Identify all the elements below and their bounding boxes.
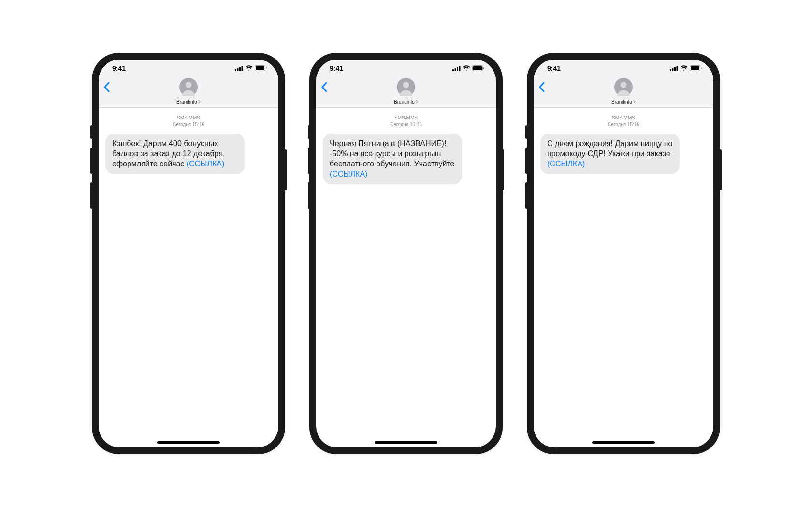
phone-mockup: 9:41 Brandinfo xyxy=(527,53,720,454)
svg-rect-9 xyxy=(455,68,456,71)
chevron-left-icon xyxy=(103,82,110,92)
thread-type-label: SMS/MMS xyxy=(99,115,278,121)
contact-avatar xyxy=(614,78,633,96)
phone-mockup: 9:41 Brandinfo xyxy=(309,53,503,454)
message-bubble[interactable]: Кэшбек! Дарим 400 бонусных баллов за зак… xyxy=(105,134,245,174)
contact-name: Brandinfo xyxy=(611,99,632,104)
status-indicators xyxy=(452,65,484,71)
phone-side-buttons-left xyxy=(308,125,309,217)
thread-timestamp: Сегодня 15:16 xyxy=(99,121,278,128)
wifi-icon xyxy=(680,65,688,71)
status-bar: 9:41 xyxy=(316,60,496,77)
thread-timestamp: Сегодня 15:16 xyxy=(534,121,713,128)
home-indicator[interactable] xyxy=(592,441,655,444)
chevron-left-icon xyxy=(538,82,545,92)
phone-screen: 9:41 Brandinfo xyxy=(99,60,278,447)
contact-avatar xyxy=(179,78,198,96)
phone-screen: 9:41 Brandinfo xyxy=(316,60,496,447)
thread-meta: SMS/MMS Сегодня 15:16 xyxy=(99,108,278,132)
home-indicator[interactable] xyxy=(157,441,220,444)
battery-icon xyxy=(690,65,702,71)
status-time: 9:41 xyxy=(547,64,561,72)
chevron-left-icon xyxy=(321,82,327,92)
person-icon xyxy=(397,78,415,96)
status-bar: 9:41 xyxy=(534,60,713,77)
back-button[interactable] xyxy=(103,82,110,94)
phone-screen: 9:41 Brandinfo xyxy=(534,60,713,447)
thread-timestamp: Сегодня 15:16 xyxy=(316,121,496,128)
thread-type-label: SMS/MMS xyxy=(316,115,496,121)
svg-rect-1 xyxy=(237,68,239,71)
svg-point-23 xyxy=(621,82,627,88)
thread-meta: SMS/MMS Сегодня 15:16 xyxy=(534,108,713,132)
contact-name: Brandinfo xyxy=(176,99,197,104)
home-indicator[interactable] xyxy=(375,441,437,444)
status-time: 9:41 xyxy=(112,64,126,72)
svg-rect-22 xyxy=(701,67,702,69)
status-bar: 9:41 xyxy=(99,60,278,77)
contact-header[interactable]: Brandinfo xyxy=(394,78,418,104)
phone-side-buttons-left xyxy=(525,125,527,217)
svg-rect-10 xyxy=(457,67,458,71)
back-button[interactable] xyxy=(538,82,545,94)
phone-side-button-right xyxy=(720,149,722,190)
svg-rect-11 xyxy=(459,66,461,71)
phone-side-buttons-left xyxy=(90,125,92,217)
wifi-icon xyxy=(463,65,470,71)
cellular-icon xyxy=(235,66,243,71)
cellular-icon xyxy=(452,66,461,71)
svg-rect-17 xyxy=(672,68,674,71)
status-time: 9:41 xyxy=(330,64,343,72)
message-link[interactable]: (ССЫЛКА) xyxy=(330,170,367,178)
svg-rect-8 xyxy=(452,69,454,71)
svg-rect-6 xyxy=(266,67,267,69)
svg-rect-18 xyxy=(674,67,676,71)
person-icon xyxy=(614,78,633,96)
contact-header[interactable]: Brandinfo xyxy=(611,78,636,104)
chevron-right-icon xyxy=(198,99,201,104)
messages-nav-header: Brandinfo xyxy=(316,77,496,108)
svg-rect-19 xyxy=(677,66,678,71)
svg-rect-13 xyxy=(473,66,482,70)
message-link[interactable]: (ССЫЛКА) xyxy=(547,160,585,168)
messages-thread[interactable]: Кэшбек! Дарим 400 бонусных баллов за зак… xyxy=(99,132,278,447)
svg-point-7 xyxy=(186,82,192,88)
svg-rect-16 xyxy=(670,69,671,71)
status-indicators xyxy=(235,65,267,71)
chevron-right-icon xyxy=(416,99,418,104)
back-button[interactable] xyxy=(321,82,327,94)
battery-icon xyxy=(255,65,267,71)
thread-type-label: SMS/MMS xyxy=(534,115,713,121)
phone-mockup: 9:41 Brandinfo xyxy=(92,53,285,454)
phone-side-button-right xyxy=(285,149,287,190)
messages-nav-header: Brandinfo xyxy=(99,77,278,108)
svg-rect-21 xyxy=(691,66,699,70)
phone-side-button-right xyxy=(503,149,504,190)
contact-header[interactable]: Brandinfo xyxy=(176,78,201,104)
message-bubble[interactable]: С днем рождения! Дарим пиццу по промокод… xyxy=(540,134,680,174)
message-bubble[interactable]: Черная Пятница в (НАЗВАНИЕ)! -50% на все… xyxy=(323,134,462,184)
contact-name: Brandinfo xyxy=(394,99,415,104)
messages-thread[interactable]: Черная Пятница в (НАЗВАНИЕ)! -50% на все… xyxy=(316,132,496,447)
message-link[interactable]: (ССЫЛКА) xyxy=(187,160,224,168)
svg-rect-0 xyxy=(235,69,236,71)
message-text: Черная Пятница в (НАЗВАНИЕ)! -50% на все… xyxy=(330,139,454,168)
wifi-icon xyxy=(245,65,253,71)
messages-thread[interactable]: С днем рождения! Дарим пиццу по промокод… xyxy=(534,132,713,447)
battery-icon xyxy=(472,65,484,71)
chevron-right-icon xyxy=(633,99,636,104)
message-text: С днем рождения! Дарим пиццу по промокод… xyxy=(547,139,672,158)
person-icon xyxy=(179,78,198,96)
thread-meta: SMS/MMS Сегодня 15:16 xyxy=(316,108,496,132)
svg-rect-2 xyxy=(239,67,241,71)
svg-rect-3 xyxy=(242,66,243,71)
svg-rect-14 xyxy=(483,67,484,69)
svg-point-15 xyxy=(403,82,409,88)
svg-rect-5 xyxy=(256,66,264,70)
contact-avatar xyxy=(397,78,415,96)
messages-nav-header: Brandinfo xyxy=(534,77,713,108)
cellular-icon xyxy=(670,66,678,71)
status-indicators xyxy=(670,65,702,71)
